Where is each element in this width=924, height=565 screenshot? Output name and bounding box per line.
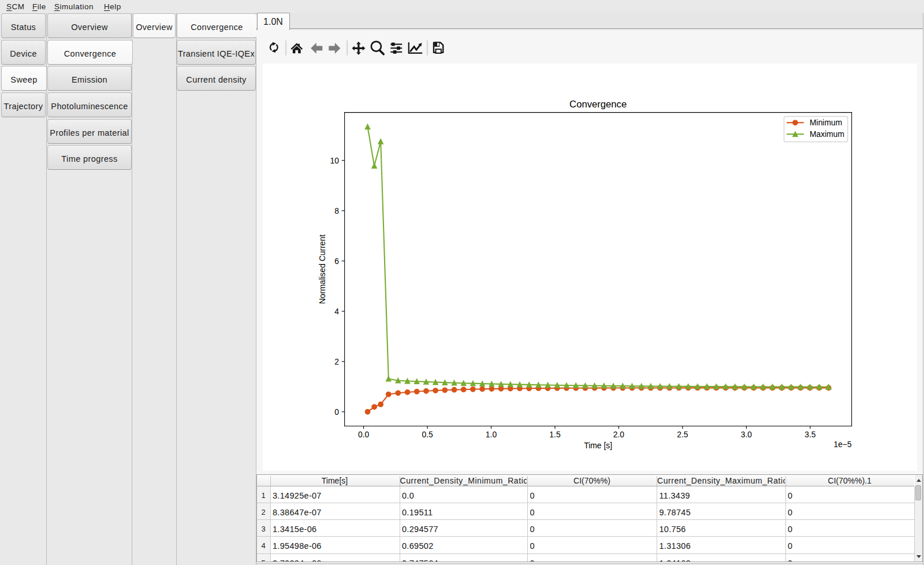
svg-text:Maximum: Maximum [810,129,844,139]
svg-text:Time [s]: Time [s] [584,441,612,450]
svg-text:6: 6 [334,257,339,266]
svg-text:Convergence: Convergence [569,99,627,110]
svg-text:1e−5: 1e−5 [833,440,852,449]
svg-text:4: 4 [334,307,339,316]
svg-text:10: 10 [330,156,339,165]
svg-text:1.5: 1.5 [549,430,561,439]
svg-text:1.0: 1.0 [486,430,497,439]
svg-text:2: 2 [334,357,339,366]
svg-text:0.5: 0.5 [422,430,433,439]
svg-text:0.0: 0.0 [358,430,370,439]
svg-text:2.0: 2.0 [613,430,625,439]
svg-text:Minimum: Minimum [810,118,842,127]
svg-text:8: 8 [334,206,339,215]
svg-text:Normalised Current: Normalised Current [318,235,327,304]
svg-text:3.5: 3.5 [804,430,816,439]
svg-text:2.5: 2.5 [677,430,688,439]
svg-text:3.0: 3.0 [741,430,752,439]
svg-text:0: 0 [334,407,339,417]
